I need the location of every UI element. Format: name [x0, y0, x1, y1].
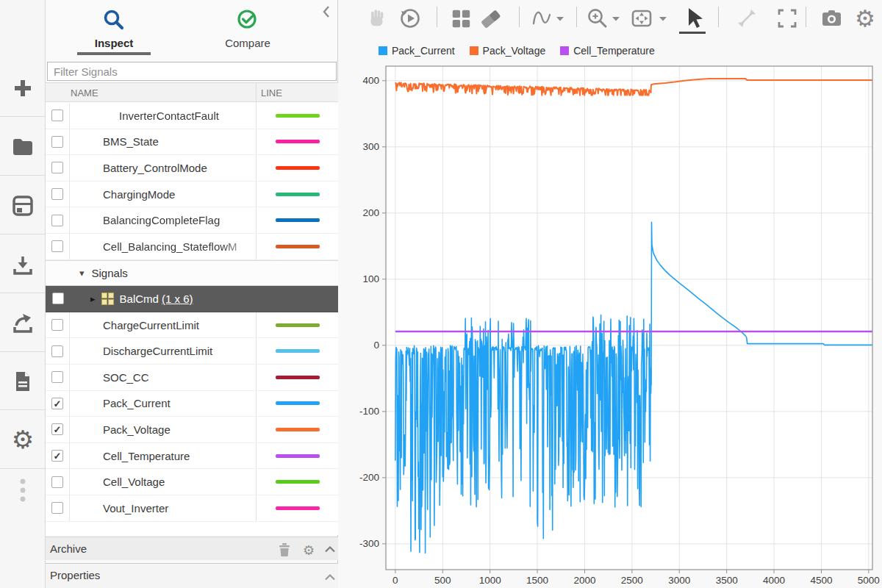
line-swatch [276, 480, 320, 484]
tab-compare[interactable]: Compare [196, 6, 299, 49]
signal-name: BalCmd [120, 293, 159, 305]
row-checkbox[interactable] [51, 240, 63, 252]
trash-icon[interactable] [278, 542, 291, 556]
table-row[interactable]: DischargeCurrentLimit [46, 338, 338, 365]
signal-name: InverterContactFault [70, 110, 256, 122]
archive-section-bar[interactable]: Archive ⚙ [46, 537, 338, 560]
line-style-cell[interactable] [256, 182, 338, 207]
table-row[interactable]: ▸BalCmd (1 x 6) [46, 286, 338, 312]
line-swatch [276, 218, 320, 222]
row-checkbox[interactable]: ✓ [51, 423, 63, 435]
svg-text:1000: 1000 [479, 575, 501, 586]
table-row[interactable]: Cell_Voltage [46, 469, 338, 495]
line-style-cell[interactable] [256, 103, 338, 129]
row-checkbox[interactable]: ✓ [51, 450, 63, 462]
checkbox-cell [46, 312, 70, 338]
checkbox-cell [46, 103, 70, 129]
row-checkbox[interactable] [51, 319, 63, 331]
row-checkbox[interactable] [52, 293, 64, 304]
signal-name: Battery_ControlMode [70, 162, 207, 174]
table-row[interactable]: ✓Pack_Current [46, 391, 338, 417]
collapse-triangle-icon[interactable]: ▾ [79, 268, 85, 279]
properties-collapse-chevron-icon[interactable] [323, 573, 337, 581]
matrix-dims-link[interactable]: (1 x 6) [162, 293, 193, 305]
collapse-panel-icon[interactable] [320, 4, 332, 19]
table-row[interactable]: Vout_Inverter [46, 495, 338, 522]
line-style-cell[interactable] [256, 338, 338, 364]
signal-name: BMS_State [70, 135, 159, 148]
line-swatch [276, 454, 320, 458]
line-swatch [276, 193, 320, 196]
table-row[interactable]: Cell_Balancing_StateflowM [46, 234, 338, 260]
line-style-cell[interactable] [256, 155, 338, 181]
line-style-cell[interactable] [256, 234, 338, 259]
svg-text:⚙: ⚙ [303, 543, 315, 558]
svg-text:200: 200 [362, 207, 379, 218]
filter-signals-input[interactable] [47, 62, 337, 81]
line-swatch [276, 376, 320, 379]
svg-text:300: 300 [362, 141, 379, 152]
line-style-cell[interactable] [256, 365, 338, 390]
table-row[interactable]: ChargeCurrentLimit [46, 312, 338, 339]
save-icon[interactable] [10, 193, 35, 218]
signal-name: Pack_Current [70, 397, 171, 409]
line-style-cell[interactable] [256, 495, 338, 521]
line-style-cell[interactable] [256, 207, 338, 233]
signal-name: ChargingMode [70, 188, 175, 201]
line-style-cell[interactable] [256, 443, 338, 469]
line-style-cell[interactable] [256, 469, 338, 495]
row-checkbox[interactable] [51, 188, 63, 200]
table-row[interactable]: BMS_State [46, 129, 338, 156]
checkbox-cell [46, 365, 70, 390]
svg-text:5000: 5000 [858, 575, 880, 586]
preferences-gear-icon[interactable]: ⚙ [10, 426, 36, 453]
matrix-icon [101, 293, 114, 305]
row-checkbox[interactable] [51, 136, 63, 148]
row-checkbox[interactable] [51, 502, 63, 514]
archive-collapse-chevron-icon[interactable] [323, 545, 337, 553]
table-row[interactable]: ✓Pack_Voltage [46, 417, 338, 443]
properties-section-bar[interactable]: Properties [46, 563, 338, 588]
export-icon[interactable] [10, 312, 35, 337]
row-checkbox[interactable] [51, 162, 63, 173]
table-row[interactable]: ✓Cell_Temperature [46, 443, 338, 470]
row-checkbox[interactable] [51, 345, 63, 357]
new-icon[interactable] [10, 76, 35, 101]
group-row[interactable]: ▾Signals [46, 260, 338, 287]
checkbox-cell [46, 182, 70, 207]
table-row[interactable]: ChargingMode [46, 182, 338, 208]
archive-settings-gear-icon[interactable]: ⚙ [301, 542, 316, 557]
row-checkbox[interactable] [51, 371, 63, 383]
line-swatch [276, 114, 320, 118]
line-style-cell[interactable] [256, 129, 338, 155]
time-series-chart[interactable]: 0500100015002000250030003500400045005000… [338, 0, 882, 588]
row-checkbox[interactable]: ✓ [51, 398, 63, 409]
expand-triangle-icon[interactable]: ▸ [90, 293, 96, 304]
report-icon[interactable] [10, 369, 35, 394]
inspect-magnifier-icon [101, 7, 126, 35]
signal-name: SOC_CC [70, 371, 149, 384]
import-icon[interactable] [10, 254, 35, 279]
more-options-icon[interactable] [18, 476, 27, 506]
table-row[interactable]: Battery_ControlMode [46, 155, 338, 182]
signal-name: Cell_Balancing_StateflowM [70, 240, 256, 253]
table-row[interactable]: SOC_CC [46, 365, 338, 391]
tab-inspect-label: Inspect [62, 37, 165, 49]
checkbox-cell [46, 495, 70, 521]
simulation-data-inspector: ⚙ Inspect Compare NAME LINE InverterCont… [0, 0, 882, 588]
checkbox-cell [46, 338, 70, 364]
table-row[interactable]: InverterContactFault [46, 103, 338, 129]
line-style-cell[interactable] [256, 312, 338, 338]
row-checkbox[interactable] [51, 215, 63, 226]
active-tab-underline [77, 52, 151, 55]
line-swatch [276, 428, 320, 431]
row-checkbox[interactable] [51, 476, 63, 488]
svg-text:100: 100 [362, 273, 379, 284]
signal-name: Vout_Inverter [70, 502, 168, 514]
row-checkbox[interactable] [51, 110, 63, 121]
line-style-cell[interactable] [256, 417, 338, 442]
open-icon[interactable] [10, 135, 35, 159]
tab-inspect[interactable]: Inspect [62, 6, 165, 49]
line-style-cell[interactable] [256, 391, 338, 417]
table-row[interactable]: BalancingCompleteFlag [46, 207, 338, 234]
